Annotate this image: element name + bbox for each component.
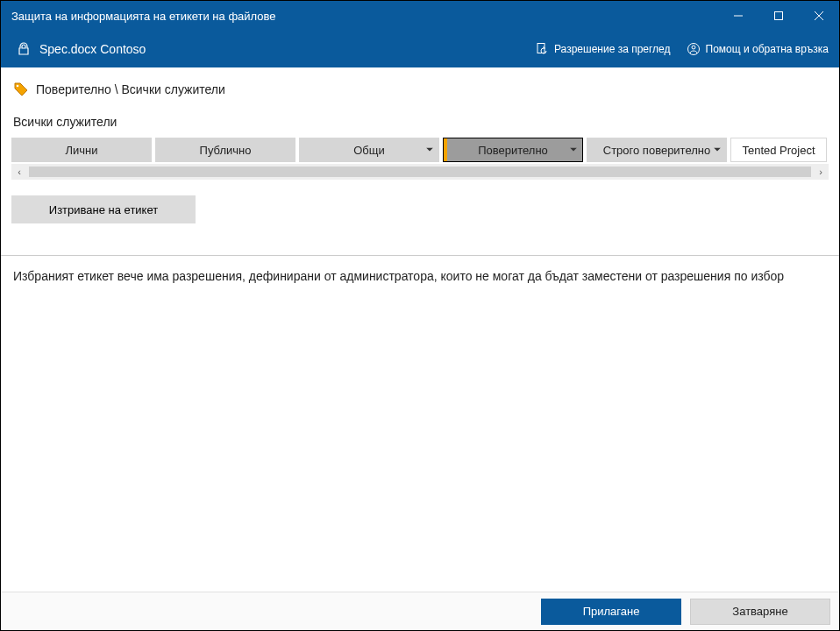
chevron-down-icon	[570, 148, 577, 152]
label-personal[interactable]: Лични	[11, 138, 152, 162]
svg-point-7	[17, 85, 19, 88]
label-general[interactable]: Общи	[299, 138, 439, 162]
delete-label-text: Изтриване на етикет	[49, 203, 158, 216]
label-strip: Лични Публично Общи Поверително Строго п…	[11, 138, 829, 162]
close-window-button[interactable]	[799, 1, 839, 31]
filename-label: Spec.docx Contoso	[39, 42, 146, 56]
close-button-label: Затваряне	[732, 605, 787, 618]
tag-icon	[13, 82, 29, 97]
person-icon	[687, 42, 701, 56]
breadcrumb-text: Поверително \ Всички служители	[36, 82, 225, 96]
lock-icon	[17, 42, 31, 56]
window-title: Защита на информацията на етикети на фай…	[11, 10, 718, 23]
svg-point-6	[692, 46, 695, 49]
scroll-left-arrow[interactable]: ‹	[11, 164, 27, 180]
label-text: Общи	[353, 144, 385, 157]
help-feedback-link[interactable]: Помощ и обратна връзка	[687, 42, 829, 56]
chevron-down-icon	[426, 148, 433, 152]
label-text: Публично	[200, 144, 252, 157]
scroll-right-arrow[interactable]: ›	[813, 164, 829, 180]
label-text: Поверително	[478, 144, 548, 157]
sub-header: Spec.docx Contoso Разрешение за преглед …	[1, 31, 839, 67]
breadcrumb-row: Поверително \ Всички служители	[11, 82, 829, 97]
apply-button-label: Прилагане	[583, 605, 640, 618]
chevron-down-icon	[714, 148, 721, 152]
view-permission-label: Разрешение за преглед	[554, 43, 671, 55]
content-spacer	[11, 286, 829, 592]
close-button[interactable]: Затваряне	[690, 599, 830, 625]
label-text: Tented Project	[742, 144, 815, 157]
apply-button[interactable]: Прилагане	[541, 599, 681, 625]
maximize-button[interactable]	[758, 1, 799, 31]
minimize-button[interactable]	[718, 1, 758, 31]
label-confidential[interactable]: Поверително	[443, 138, 583, 162]
label-text: Лични	[65, 144, 97, 157]
admin-permissions-message: Избраният етикет вече има разрешения, де…	[1, 255, 839, 286]
label-tented-project[interactable]: Tented Project	[730, 138, 827, 162]
footer-bar: Прилагане Затваряне	[1, 592, 839, 630]
main-content: Поверително \ Всички служители Всички сл…	[1, 67, 839, 592]
label-public[interactable]: Публично	[155, 138, 295, 162]
horizontal-scrollbar[interactable]: ‹ ›	[11, 164, 829, 180]
scroll-thumb[interactable]	[29, 167, 811, 177]
label-highly-confidential[interactable]: Строго поверително	[587, 138, 727, 162]
label-text: Строго поверително	[603, 144, 710, 157]
delete-label-button[interactable]: Изтриване на етикет	[11, 195, 196, 223]
svg-rect-1	[775, 12, 783, 20]
title-bar: Защита на информацията на етикети на фай…	[1, 1, 839, 31]
help-feedback-label: Помощ и обратна връзка	[706, 43, 829, 55]
section-label: Всички служители	[11, 115, 829, 129]
document-refresh-icon	[535, 42, 549, 56]
view-permission-link[interactable]: Разрешение за преглед	[535, 42, 671, 56]
